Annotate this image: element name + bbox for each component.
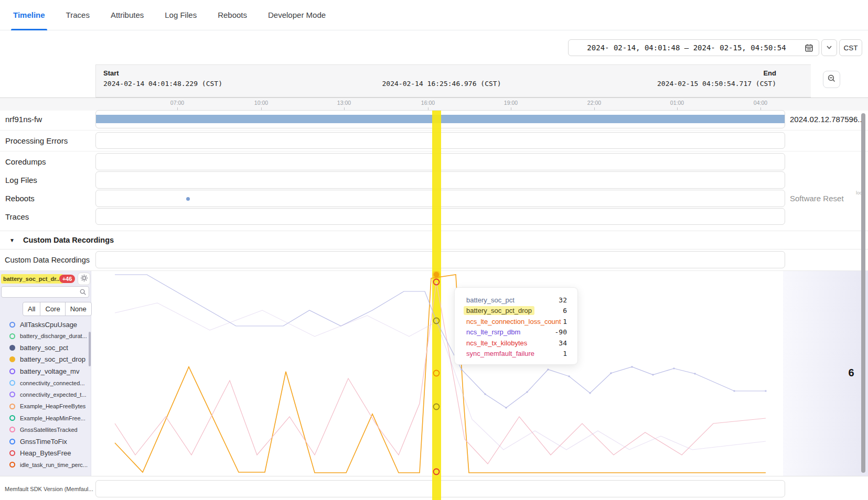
tooltip-metric-value: -90 xyxy=(555,328,567,336)
metric-item-example-heapminfree-[interactable]: Example_HeapMinFree... xyxy=(0,412,88,424)
start-value: 2024-02-14 04:01:48.229 (CST) xyxy=(103,80,222,88)
series-point xyxy=(484,393,486,395)
row-label-traces: Traces xyxy=(5,208,29,225)
metric-item-connectivity-expected-t-[interactable]: connectivity_expected_t... xyxy=(0,389,88,400)
middle-value: 2024-02-14 16:25:46.976 (CST) xyxy=(376,80,507,88)
metric-search-input[interactable] xyxy=(4,287,79,298)
metric-item-example-heapfreebytes[interactable]: Example_HeapFreeBytes xyxy=(0,400,88,412)
metric-item-alltaskscpuusage[interactable]: AllTasksCpuUsage xyxy=(0,319,88,330)
range-end: End 2024-02-15 04:50:54.717 (CST) xyxy=(657,69,776,88)
metric-color-dot xyxy=(9,462,15,468)
axis-tick-label: 19:00 xyxy=(495,100,527,106)
timeline-range-header: Start 2024-02-14 04:01:48.229 (CST) 2024… xyxy=(95,64,811,97)
axis-tick-label: 01:00 xyxy=(661,100,693,106)
axis-tick-label: 10:00 xyxy=(245,100,277,106)
metric-item-idle-task-run-time-perc-[interactable]: idle_task_run_time_perc... xyxy=(0,459,88,471)
metric-item-gnsssatellitestracked[interactable]: GnssSatellitesTracked xyxy=(0,424,88,436)
metric-item-battery-soc-pct-drop[interactable]: battery_soc_pct_drop xyxy=(0,354,88,365)
metric-color-dot xyxy=(9,450,15,456)
tab-timeline[interactable]: Timeline xyxy=(13,0,45,30)
metric-name: GnssTimeToFix xyxy=(20,438,67,445)
axis-tick-label: 16:00 xyxy=(412,100,444,106)
tab-traces[interactable]: Traces xyxy=(66,0,90,30)
filter-button-none[interactable]: None xyxy=(66,302,91,316)
series-point xyxy=(610,372,612,374)
tab-attributes[interactable]: Attributes xyxy=(111,0,144,30)
metric-name: battery_soc_pct_drop xyxy=(20,355,85,363)
series-point xyxy=(765,390,767,392)
row-right-text: Software Reset xyxy=(790,190,844,207)
metrics-chart[interactable] xyxy=(95,271,783,476)
end-label: End xyxy=(657,69,776,77)
zoom-out-button[interactable] xyxy=(823,71,840,88)
cdr-row-label: Custom Data Recordings xyxy=(5,251,90,268)
tooltip-metric-value: 6 xyxy=(563,307,567,314)
tab-log-files[interactable]: Log Files xyxy=(165,0,197,30)
metric-name: connectivity_expected_t... xyxy=(20,392,87,398)
metric-item-battery-discharge-durat-[interactable]: battery_discharge_durat... xyxy=(0,330,88,342)
metric-settings-button[interactable] xyxy=(78,273,90,285)
cursor-value-dot xyxy=(434,469,440,475)
filter-button-core[interactable]: Core xyxy=(40,302,65,316)
row-label-log-files: Log Files xyxy=(5,171,37,189)
metric-item-connectivity-connected-[interactable]: connectivity_connected... xyxy=(0,377,88,389)
metric-name: connectivity_connected... xyxy=(20,380,85,386)
date-range-value: 2024- 02-14, 04:01:48 – 2024- 02-15, 04:… xyxy=(569,44,805,52)
date-range-input[interactable]: 2024- 02-14, 04:01:48 – 2024- 02-15, 04:… xyxy=(568,39,819,56)
end-value: 2024-02-15 04:50:54.717 (CST) xyxy=(657,80,776,88)
metric-color-dot-filled xyxy=(9,345,15,351)
tooltip-metric-label: battery_soc_pct_drop xyxy=(464,306,534,315)
series-point xyxy=(526,391,528,393)
tooltip-row: sync_memfault_failure1 xyxy=(466,349,567,360)
metric-name: battery_soc_pct xyxy=(20,344,68,352)
collapse-caret-icon[interactable]: ▼ xyxy=(9,237,15,243)
filter-button-all[interactable]: All xyxy=(23,302,40,316)
tooltip-metric-value: 34 xyxy=(559,339,567,347)
cursor-value-dot xyxy=(434,371,440,376)
metric-color-dot xyxy=(9,427,15,432)
current-value-label: 6 xyxy=(843,367,859,379)
tooltip-metric-label: ncs_lte_rsrp_dbm xyxy=(466,328,520,336)
tooltip-metric-value: 1 xyxy=(563,318,567,325)
series-point xyxy=(460,368,463,371)
start-label: Start xyxy=(103,69,222,77)
tooltip-metric-value: 32 xyxy=(559,296,567,304)
timezone-label: CST xyxy=(844,44,858,52)
vertical-scrollbar[interactable] xyxy=(861,113,865,473)
metric-item-battery-voltage-mv[interactable]: battery_voltage_mv xyxy=(0,365,88,377)
metric-name: Example_HeapMinFree... xyxy=(20,415,85,421)
row-label-reboots: Reboots xyxy=(5,190,35,207)
sidebar-scrollbar[interactable] xyxy=(89,332,91,366)
timezone-button[interactable]: CST xyxy=(839,39,862,56)
series-point xyxy=(505,407,507,409)
calendar-icon[interactable] xyxy=(805,44,813,52)
tooltip-metric-label: ncs_lte_connection_loss_count xyxy=(466,318,561,325)
metric-name: Heap_BytesFree xyxy=(20,449,71,457)
metric-color-dot xyxy=(9,404,15,409)
tooltip-row: battery_soc_pct_drop6 xyxy=(466,306,567,317)
row-right-text: 2024.02.12.787596... xyxy=(790,110,864,128)
date-range-dropdown-button[interactable] xyxy=(821,39,837,56)
metric-color-dot-filled xyxy=(9,356,15,362)
tooltip-row: battery_soc_pct32 xyxy=(466,295,567,306)
cursor-value-dot xyxy=(434,404,440,410)
tooltip-metric-value: 1 xyxy=(563,350,567,357)
axis-tick-label: 13:00 xyxy=(328,100,360,106)
cdr-section-title: Custom Data Recordings xyxy=(23,236,114,244)
metric-item-battery-soc-pct[interactable]: battery_soc_pct xyxy=(0,342,88,354)
tooltip-row: ncs_lte_tx_kilobytes34 xyxy=(466,338,567,349)
metric-name: Example_HeapFreeBytes xyxy=(20,403,85,409)
row-label-processing-errors: Processing Errors xyxy=(5,132,68,149)
reboot-event-dot[interactable] xyxy=(186,197,190,201)
tab-developer-mode[interactable]: Developer Mode xyxy=(268,0,326,30)
metric-item-heap-bytesfree[interactable]: Heap_BytesFree xyxy=(0,448,88,459)
series-point xyxy=(589,392,591,394)
tab-reboots[interactable]: Reboots xyxy=(218,0,247,30)
selected-metric-label: battery_soc_pct_dr... xyxy=(3,276,61,282)
chart-tooltip: battery_soc_pct32battery_soc_pct_drop6nc… xyxy=(454,287,578,365)
selected-metric-chip[interactable]: battery_soc_pct_dr... xyxy=(1,274,63,284)
series-point xyxy=(673,367,675,369)
metric-item-gnsstimetofix[interactable]: GnssTimeToFix xyxy=(0,436,88,447)
metric-color-dot xyxy=(9,322,15,328)
metric-color-dot xyxy=(9,439,15,444)
